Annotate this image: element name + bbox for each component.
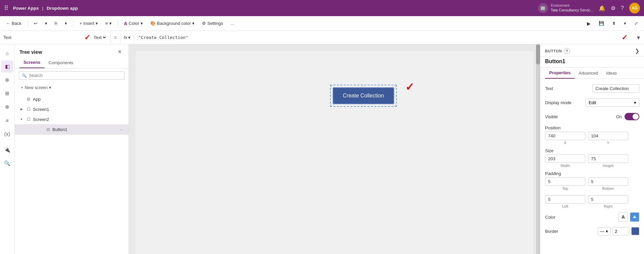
prop-padding-tb-row: Padding Top Bottom xyxy=(545,171,639,190)
search-input[interactable] xyxy=(29,73,121,78)
notifications-icon[interactable]: 🔔 xyxy=(599,5,605,11)
app-title: Power Apps | Dropdown app xyxy=(13,6,78,11)
bg-color-button[interactable]: 🎨 Background color ▾ xyxy=(148,19,197,27)
sidebar-code-icon[interactable]: (x) xyxy=(1,128,13,140)
props-help-button[interactable]: ? xyxy=(564,48,570,54)
help-icon[interactable]: ? xyxy=(621,5,624,11)
preview-button[interactable]: ▶ xyxy=(584,19,593,28)
tab-advanced[interactable]: Advanced xyxy=(575,68,602,79)
tree-item-screen2[interactable]: ▼ ☐ Screen2 xyxy=(15,114,128,124)
canvas-button-wrapper: Create Collection xyxy=(333,87,394,104)
formula-expand-icon[interactable]: ▾ xyxy=(633,34,644,41)
color-swatch[interactable]: A xyxy=(619,212,639,222)
visible-toggle-switch[interactable] xyxy=(625,113,639,120)
formula-input[interactable] xyxy=(134,31,616,44)
formula-property-selector[interactable]: Text ✓ Text xyxy=(0,31,111,44)
undo-button[interactable]: ↩ xyxy=(31,19,40,27)
screen1-icon: ☐ xyxy=(25,106,32,112)
new-screen-button[interactable]: + New screen ▾ xyxy=(19,84,53,91)
canvas-scrollbar[interactable] xyxy=(536,44,540,254)
save-button[interactable]: 💾 xyxy=(596,19,607,27)
padding-tb-inputs: Top Bottom xyxy=(545,177,639,190)
settings-icon[interactable]: ⚙ xyxy=(611,5,615,11)
sidebar-nav-icon[interactable]: ≡ xyxy=(1,114,13,126)
app-label: App xyxy=(33,97,124,102)
canvas-area[interactable]: Create Collection ✓ xyxy=(129,44,540,254)
tree-item-button1[interactable]: ⊡ Button1 ··· xyxy=(15,124,128,135)
more-button[interactable]: ... xyxy=(228,19,237,27)
prop-size-h-input[interactable] xyxy=(588,155,628,163)
prop-pos-x-input[interactable] xyxy=(545,132,585,140)
toggle-knob xyxy=(633,114,639,120)
pad-bottom-group: Bottom xyxy=(588,177,628,190)
prop-pad-left-input[interactable] xyxy=(545,195,585,204)
canvas-scrollbar-thumb[interactable] xyxy=(536,44,540,65)
border-style-dropdown[interactable]: — ▾ xyxy=(598,227,610,236)
prop-text-input[interactable] xyxy=(592,84,639,93)
more-options-button[interactable]: ▾ xyxy=(621,19,629,27)
size-inputs: Width Height xyxy=(545,155,639,168)
prop-pad-bottom-input[interactable] xyxy=(588,177,628,186)
chevron-down-icon-2: ▾ xyxy=(65,21,67,26)
sidebar-connectors-icon[interactable]: 🔌 xyxy=(1,144,13,156)
props-component-name: Button1 xyxy=(540,56,644,68)
undo-dropdown-button[interactable]: ▾ xyxy=(42,19,50,27)
avatar[interactable]: AG xyxy=(629,3,640,13)
prop-pos-y-input[interactable] xyxy=(588,132,628,140)
size-w-group: Width xyxy=(545,155,585,168)
formula-equals: = xyxy=(111,31,120,44)
settings-button[interactable]: ⚙ Settings xyxy=(199,19,226,27)
tab-screens[interactable]: Screens xyxy=(19,58,45,68)
format-button[interactable]: ≡ ▾ xyxy=(103,19,114,27)
chevron-down-icon-6: ▾ xyxy=(192,21,195,26)
pos-x-group: X xyxy=(545,132,585,145)
tab-components[interactable]: Components xyxy=(45,58,77,68)
size-h-sublabel: Height xyxy=(588,164,628,168)
sidebar-home-icon[interactable]: ⌂ xyxy=(1,47,13,59)
paste-button[interactable]: ⎘ xyxy=(52,19,60,27)
sidebar-tree-icon[interactable]: ◧ xyxy=(1,60,13,73)
canvas-create-collection-button[interactable]: Create Collection xyxy=(333,87,394,104)
publish-button[interactable]: ⬆ xyxy=(609,19,619,27)
prop-size-w-input[interactable] xyxy=(545,155,585,163)
search-box: 🔍 xyxy=(19,71,124,80)
prop-pad-right-input[interactable] xyxy=(588,195,628,204)
app-icon: ⊟ xyxy=(25,96,32,102)
prop-size-label: Size xyxy=(545,148,639,153)
pos-y-group: Y xyxy=(588,132,628,145)
prop-pad-top-input[interactable] xyxy=(545,177,585,186)
formula-checkmark: ✓ xyxy=(616,33,633,42)
props-expand-button[interactable]: ❯ xyxy=(635,48,639,54)
tree-item-app[interactable]: ⊟ App xyxy=(15,94,128,104)
formula-property-label: Text xyxy=(3,35,81,40)
prop-display-mode-dropdown[interactable]: Edit ▾ xyxy=(586,98,639,107)
prop-padding-label: Padding xyxy=(545,171,639,176)
sidebar-insert-icon[interactable]: ⊕ xyxy=(1,74,13,86)
color-button[interactable]: A Color ▾ xyxy=(121,19,146,28)
new-screen-plus-icon: + xyxy=(21,85,23,90)
tab-ideas[interactable]: Ideas xyxy=(602,68,621,79)
toolbar: ← Back ↩ ▾ ⎘ ▾ + Insert ▾ ≡ ▾ A Color ▾ … xyxy=(0,16,644,31)
sidebar-search-icon[interactable]: 🔍 xyxy=(1,157,13,169)
waffle-icon[interactable]: ⠿ xyxy=(4,4,8,12)
tree-item-screen1[interactable]: ▶ ☐ Screen1 xyxy=(15,104,128,114)
chevron-down-icon-4: ▾ xyxy=(109,21,112,26)
property-dropdown[interactable]: Text xyxy=(92,35,107,40)
pad-left-sublabel: Left xyxy=(545,204,585,208)
tab-properties[interactable]: Properties xyxy=(545,68,575,79)
border-color-swatch[interactable] xyxy=(631,227,639,235)
paste-dropdown-button[interactable]: ▾ xyxy=(62,19,70,27)
prop-display-mode-row: Display mode Edit ▾ xyxy=(545,97,639,108)
prop-text-label: Text xyxy=(545,86,553,91)
sidebar-variables-icon[interactable]: ⊕ xyxy=(1,101,13,113)
border-chevron-icon: ▾ xyxy=(606,229,608,234)
button1-more-icon[interactable]: ··· xyxy=(118,126,124,133)
prop-padding-lr-row: Left Right xyxy=(545,194,639,208)
back-button[interactable]: ← Back xyxy=(3,19,24,27)
tree-close-button[interactable]: ✕ xyxy=(116,48,124,55)
sidebar-data-icon[interactable]: ⊞ xyxy=(1,87,13,99)
insert-button[interactable]: + Insert ▾ xyxy=(77,19,101,27)
fullscreen-button[interactable]: ⤢ xyxy=(632,19,641,27)
main-layout: ⌂ ◧ ⊕ ⊞ ⊕ ≡ (x) 🔌 🔍 Tree view ✕ Screens … xyxy=(0,44,644,254)
border-thickness-input[interactable] xyxy=(612,227,629,236)
